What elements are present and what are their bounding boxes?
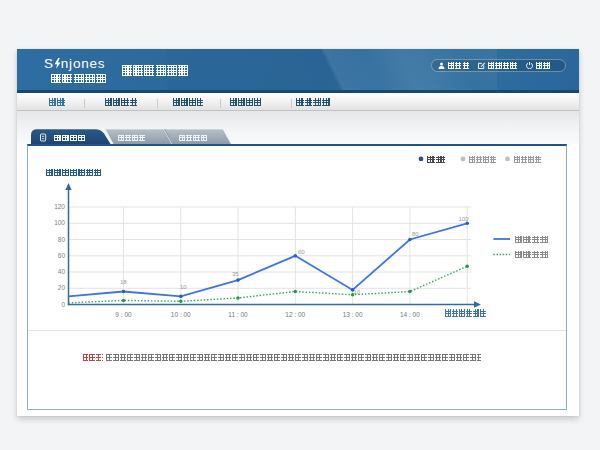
svg-text:120: 120: [54, 203, 65, 210]
svg-text:20: 20: [58, 284, 66, 291]
svg-text:14 : 00: 14 : 00: [400, 311, 420, 318]
svg-text:35: 35: [232, 271, 239, 277]
svg-text:80: 80: [412, 231, 419, 237]
svg-text:12 : 00: 12 : 00: [285, 311, 305, 318]
svg-text:100: 100: [459, 216, 470, 222]
svg-text:10 : 00: 10 : 00: [171, 311, 191, 318]
svg-text:11 : 00: 11 : 00: [228, 311, 248, 318]
svg-text:9 : 00: 9 : 00: [115, 311, 132, 318]
svg-text:18: 18: [120, 279, 127, 285]
svg-text:80: 80: [58, 236, 66, 243]
svg-text:10: 10: [354, 289, 361, 295]
svg-text:60: 60: [298, 249, 305, 255]
svg-text:13 : 00: 13 : 00: [343, 311, 363, 318]
svg-text:40: 40: [58, 268, 66, 275]
svg-text:10: 10: [180, 284, 187, 290]
svg-text:100: 100: [54, 219, 65, 226]
svg-text:0: 0: [61, 301, 65, 308]
svg-text:60: 60: [58, 252, 66, 259]
